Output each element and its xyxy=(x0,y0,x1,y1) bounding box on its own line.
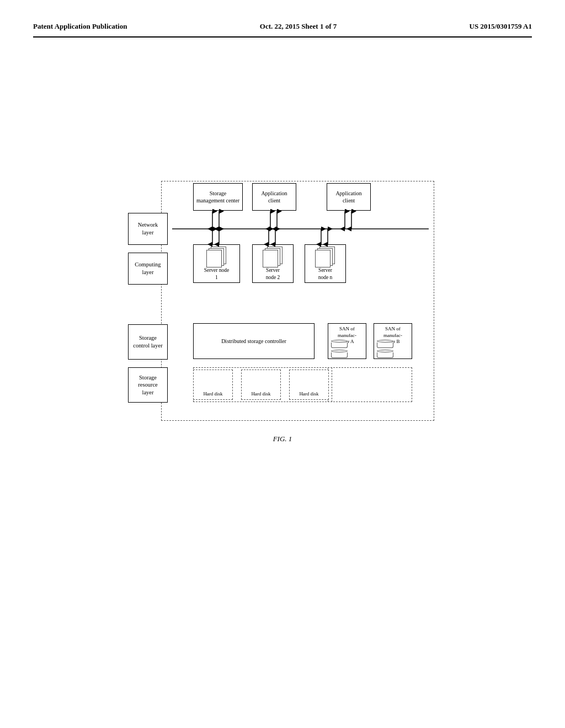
page: Patent Application Publication Oct. 22, … xyxy=(0,0,565,728)
diagram: Networklayer Computinglayer Storagecontr… xyxy=(128,181,437,424)
header-right: US 2015/0301759 A1 xyxy=(470,22,532,31)
san-b-cylinders xyxy=(377,340,393,358)
figure-area: Networklayer Computinglayer Storagecontr… xyxy=(33,181,532,443)
server-node-1: Server node1 xyxy=(193,244,240,283)
application-client-1: Applicationclient xyxy=(252,183,296,211)
server-icon-n xyxy=(315,247,336,257)
header-divider xyxy=(33,36,532,38)
page-header: Patent Application Publication Oct. 22, … xyxy=(33,22,532,31)
server-icon-2 xyxy=(263,247,284,257)
server-node-2-label: Servernode 2 xyxy=(266,267,280,281)
layer-computing: Computinglayer xyxy=(128,253,168,285)
server-icon-1 xyxy=(206,247,227,257)
layer-storage-resource: Storageresourcelayer xyxy=(128,367,168,403)
san-dashed-border xyxy=(328,367,412,402)
layer-network: Networklayer xyxy=(128,213,168,245)
storage-management-center: Storage management center xyxy=(193,183,243,211)
hard-disk-2: Hard disk xyxy=(241,370,281,400)
server-node-2: Servernode 2 xyxy=(252,244,294,283)
distributed-storage-controller: Distributed storage controller xyxy=(193,323,315,359)
header-center: Oct. 22, 2015 Sheet 1 of 7 xyxy=(260,22,337,31)
header-left: Patent Application Publication xyxy=(33,22,127,31)
server-node-1-label: Server node1 xyxy=(204,267,230,281)
application-client-2: Applicationclient xyxy=(327,183,371,211)
hard-disk-1: Hard disk xyxy=(193,370,233,400)
server-node-n: Servernode n xyxy=(305,244,346,283)
server-node-n-label: Servernode n xyxy=(318,267,333,281)
san-a-cylinders xyxy=(331,340,348,358)
layer-storage-control: Storagecontrol layer xyxy=(128,324,168,360)
figure-caption: FIG. 1 xyxy=(273,435,292,443)
hard-disk-3: Hard disk xyxy=(289,370,329,400)
